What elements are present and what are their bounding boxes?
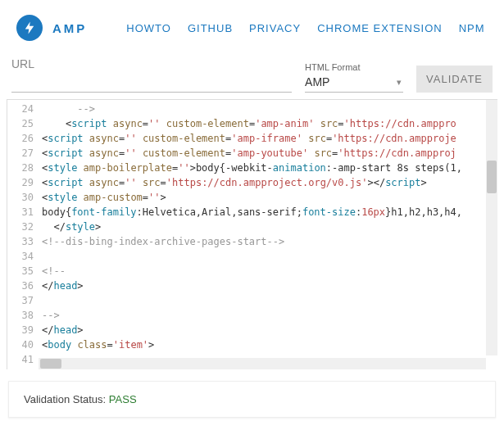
code-line[interactable]: <script async='' custom-element='amp-ani… [42, 116, 462, 131]
code-line[interactable]: --> [42, 308, 462, 323]
logo-text: AMP [52, 21, 87, 35]
horizontal-scroll-thumb[interactable] [40, 359, 61, 369]
code-line[interactable]: <script async='' src='https://cdn.amppro… [42, 175, 462, 190]
vertical-scroll-thumb[interactable] [487, 161, 497, 193]
validation-status: Validation Status: PASS [8, 381, 496, 418]
nav-howto[interactable]: HOWTO [126, 22, 171, 34]
controls-row: URL HTML Format AMP VALIDATE [0, 52, 504, 99]
code-lines[interactable]: --> <script async='' custom-element='amp… [42, 102, 462, 355]
nav: HOWTO GITHUB PRIVACY CHROME EXTENSION NP… [126, 22, 484, 34]
validate-button[interactable]: VALIDATE [416, 66, 493, 93]
line-gutter: 242526272829303132333435363738394041 [7, 100, 39, 355]
code-line[interactable]: <script async='' custom-element='amp-ifr… [42, 131, 462, 146]
nav-npm[interactable]: NPM [459, 22, 485, 34]
code-line[interactable] [42, 249, 462, 264]
code-line[interactable] [42, 352, 462, 355]
nav-chrome-extension[interactable]: CHROME EXTENSION [317, 22, 443, 34]
code-editor[interactable]: 242526272829303132333435363738394041 -->… [7, 99, 497, 369]
code-line[interactable]: <style amp-custom=''> [42, 190, 462, 205]
code-line[interactable]: <script async='' custom-element='amp-you… [42, 146, 462, 161]
code-line[interactable]: </style> [42, 220, 462, 234]
code-line[interactable]: </head> [42, 323, 462, 337]
header: AMP HOWTO GITHUB PRIVACY CHROME EXTENSIO… [0, 0, 504, 52]
code-line[interactable]: --> [42, 102, 462, 116]
horizontal-scrollbar[interactable] [39, 358, 486, 369]
url-input[interactable] [11, 74, 292, 93]
status-value: PASS [109, 393, 137, 405]
code-line[interactable]: body{font-family:Helvetica,Arial,sans-se… [42, 205, 462, 220]
code-line[interactable]: <body class='item'> [42, 337, 462, 352]
url-field: URL [11, 57, 292, 93]
format-label: HTML Format [305, 62, 403, 72]
code-line[interactable]: <!-- [42, 264, 462, 278]
vertical-scrollbar[interactable] [486, 100, 497, 355]
amp-bolt-icon [16, 15, 43, 41]
status-label: Validation Status: [24, 393, 109, 405]
nav-privacy[interactable]: PRIVACY [249, 22, 301, 34]
logo[interactable]: AMP [16, 15, 87, 41]
code-line[interactable]: <style amp-boilerplate=''>body{-webkit-a… [42, 161, 462, 175]
url-label: URL [11, 57, 292, 74]
format-field: HTML Format AMP [305, 62, 403, 93]
format-select[interactable]: AMP [305, 74, 403, 93]
code-line[interactable]: </head> [42, 278, 462, 293]
code-line[interactable] [42, 293, 462, 308]
nav-github[interactable]: GITHUB [188, 22, 233, 34]
code-line[interactable]: <!--dis-bing-index-archive-pages-start--… [42, 234, 462, 249]
